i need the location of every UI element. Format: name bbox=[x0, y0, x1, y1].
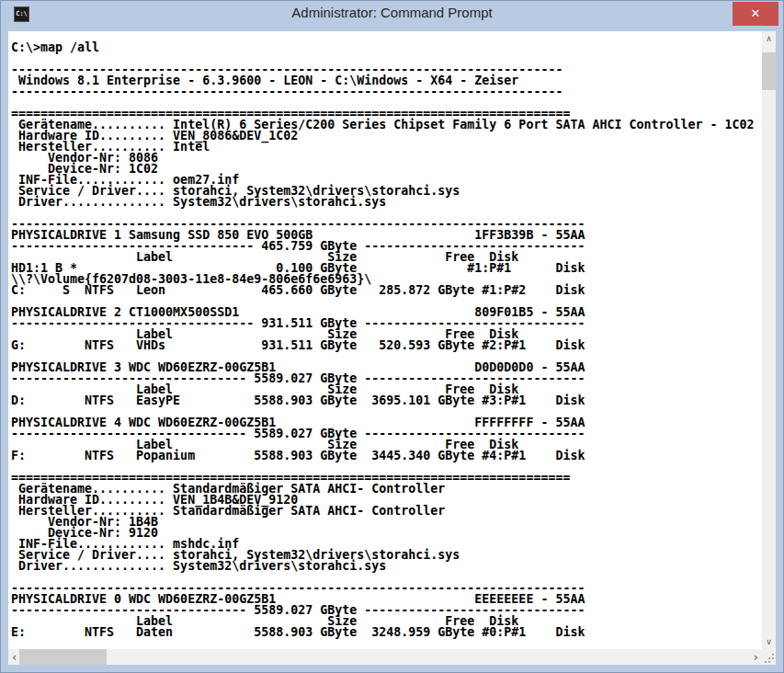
console-output[interactable]: C:\>map /all ---------------------------… bbox=[8, 31, 762, 649]
scroll-right-icon[interactable]: › bbox=[754, 650, 758, 666]
window-title: Administrator: Command Prompt bbox=[1, 5, 783, 20]
command-prompt-window: C:\ Administrator: Command Prompt ✕ C:\>… bbox=[0, 0, 784, 673]
horizontal-scrollbar[interactable]: ‹ › bbox=[8, 649, 762, 665]
vertical-scroll-thumb[interactable] bbox=[762, 52, 776, 90]
maximize-button[interactable] bbox=[703, 1, 727, 26]
resize-grip-icon[interactable] bbox=[772, 661, 774, 663]
minimize-button[interactable] bbox=[679, 1, 703, 26]
console-client-area: C:\>map /all ---------------------------… bbox=[8, 31, 776, 665]
console-text: C:\>map /all ---------------------------… bbox=[8, 31, 762, 638]
close-button[interactable]: ✕ bbox=[733, 2, 778, 26]
scrollbar-corner bbox=[762, 649, 776, 665]
vertical-scrollbar[interactable]: ∧ ∨ bbox=[762, 31, 776, 649]
scroll-down-icon[interactable]: ∨ bbox=[762, 637, 776, 646]
horizontal-scroll-thumb[interactable] bbox=[19, 649, 107, 665]
scroll-up-icon[interactable]: ∧ bbox=[762, 34, 776, 43]
scroll-left-icon[interactable]: ‹ bbox=[12, 650, 17, 666]
title-bar[interactable]: C:\ Administrator: Command Prompt ✕ bbox=[1, 1, 783, 27]
